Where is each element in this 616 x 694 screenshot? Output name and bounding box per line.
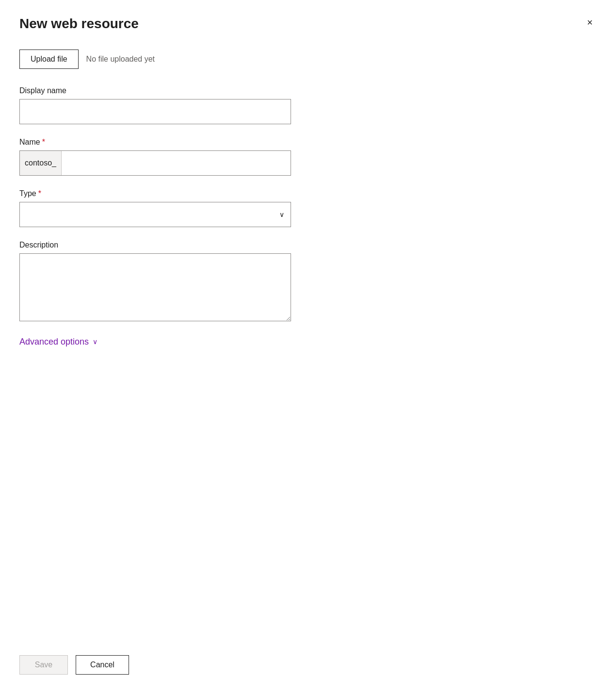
type-select[interactable] <box>19 202 291 227</box>
display-name-input[interactable] <box>19 99 291 124</box>
new-web-resource-dialog: New web resource × Upload file No file u… <box>0 0 616 694</box>
name-group: Name* contoso_ <box>19 138 291 176</box>
advanced-options-label: Advanced options <box>19 337 89 347</box>
upload-status-text: No file uploaded yet <box>86 55 155 64</box>
display-name-group: Display name <box>19 86 291 124</box>
name-prefix: contoso_ <box>20 151 62 175</box>
advanced-options-button[interactable]: Advanced options ∨ <box>19 337 597 347</box>
description-input[interactable] <box>19 253 291 321</box>
display-name-label: Display name <box>19 86 291 95</box>
close-button[interactable]: × <box>583 16 597 29</box>
upload-section: Upload file No file uploaded yet <box>19 50 597 69</box>
form-section: Display name Name* contoso_ Type* ∨ <box>19 86 291 337</box>
description-label: Description <box>19 241 291 249</box>
type-label: Type* <box>19 189 291 198</box>
name-label: Name* <box>19 138 291 147</box>
type-group: Type* ∨ <box>19 189 291 227</box>
name-input-wrapper: contoso_ <box>19 150 291 176</box>
description-group: Description <box>19 241 291 323</box>
cancel-button[interactable]: Cancel <box>76 655 129 675</box>
upload-file-button[interactable]: Upload file <box>19 50 79 69</box>
dialog-footer: Save Cancel <box>19 636 129 675</box>
name-input[interactable] <box>62 151 291 175</box>
dialog-title: New web resource <box>19 16 139 32</box>
save-button[interactable]: Save <box>19 655 68 675</box>
dialog-header: New web resource × <box>19 16 597 32</box>
type-select-wrapper: ∨ <box>19 202 291 227</box>
advanced-options-chevron-icon: ∨ <box>93 338 97 346</box>
